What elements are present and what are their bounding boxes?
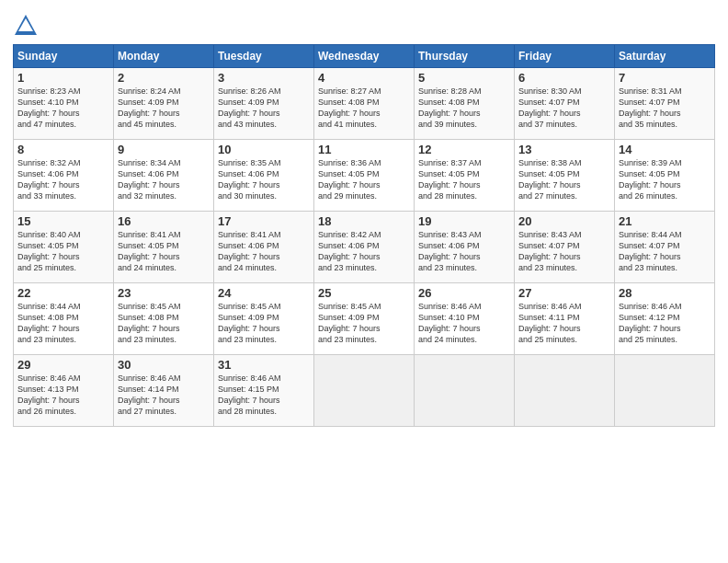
day-info: Sunrise: 8:46 AM Sunset: 4:10 PM Dayligh… bbox=[418, 301, 510, 346]
day-number: 13 bbox=[518, 143, 610, 156]
calendar-cell: 9Sunrise: 8:34 AM Sunset: 4:06 PM Daylig… bbox=[114, 140, 214, 212]
day-info: Sunrise: 8:46 AM Sunset: 4:14 PM Dayligh… bbox=[118, 373, 210, 418]
calendar-cell: 13Sunrise: 8:38 AM Sunset: 4:05 PM Dayli… bbox=[515, 140, 615, 212]
calendar-cell: 20Sunrise: 8:43 AM Sunset: 4:07 PM Dayli… bbox=[515, 212, 615, 283]
calendar-cell: 4Sunrise: 8:27 AM Sunset: 4:08 PM Daylig… bbox=[314, 68, 415, 140]
day-info: Sunrise: 8:34 AM Sunset: 4:06 PM Dayligh… bbox=[118, 157, 210, 202]
day-number: 29 bbox=[17, 358, 109, 372]
day-info: Sunrise: 8:38 AM Sunset: 4:05 PM Dayligh… bbox=[518, 157, 610, 202]
calendar-cell: 21Sunrise: 8:44 AM Sunset: 4:07 PM Dayli… bbox=[615, 212, 715, 283]
calendar-cell: 25Sunrise: 8:45 AM Sunset: 4:09 PM Dayli… bbox=[314, 283, 415, 355]
calendar-cell: 14Sunrise: 8:39 AM Sunset: 4:05 PM Dayli… bbox=[615, 140, 715, 212]
day-number: 3 bbox=[218, 71, 310, 85]
day-number: 9 bbox=[118, 143, 210, 156]
weekday-row: SundayMondayTuesdayWednesdayThursdayFrid… bbox=[14, 45, 715, 68]
weekday-header: Saturday bbox=[615, 45, 715, 68]
calendar-week-row: 8Sunrise: 8:32 AM Sunset: 4:06 PM Daylig… bbox=[14, 140, 715, 212]
day-info: Sunrise: 8:42 AM Sunset: 4:06 PM Dayligh… bbox=[318, 229, 410, 274]
calendar-cell: 30Sunrise: 8:46 AM Sunset: 4:14 PM Dayli… bbox=[114, 355, 214, 427]
day-info: Sunrise: 8:41 AM Sunset: 4:06 PM Dayligh… bbox=[218, 229, 310, 274]
calendar-body: 1Sunrise: 8:23 AM Sunset: 4:10 PM Daylig… bbox=[14, 68, 715, 427]
day-number: 28 bbox=[619, 286, 711, 300]
calendar-cell bbox=[415, 355, 515, 427]
day-number: 12 bbox=[418, 143, 510, 156]
day-info: Sunrise: 8:45 AM Sunset: 4:08 PM Dayligh… bbox=[118, 301, 210, 346]
calendar-cell: 19Sunrise: 8:43 AM Sunset: 4:06 PM Dayli… bbox=[415, 212, 515, 283]
day-number: 7 bbox=[619, 71, 711, 85]
page-container: SundayMondayTuesdayWednesdayThursdayFrid… bbox=[0, 0, 728, 563]
day-info: Sunrise: 8:46 AM Sunset: 4:15 PM Dayligh… bbox=[218, 373, 310, 418]
weekday-header: Monday bbox=[114, 45, 214, 68]
calendar-cell: 12Sunrise: 8:37 AM Sunset: 4:05 PM Dayli… bbox=[415, 140, 515, 212]
calendar-cell: 1Sunrise: 8:23 AM Sunset: 4:10 PM Daylig… bbox=[14, 68, 114, 140]
day-info: Sunrise: 8:43 AM Sunset: 4:07 PM Dayligh… bbox=[518, 229, 610, 274]
weekday-header: Friday bbox=[515, 45, 615, 68]
calendar-cell: 8Sunrise: 8:32 AM Sunset: 4:06 PM Daylig… bbox=[14, 140, 114, 212]
day-number: 31 bbox=[218, 358, 310, 372]
day-number: 27 bbox=[518, 286, 610, 300]
weekday-header: Thursday bbox=[415, 45, 515, 68]
logo-icon bbox=[13, 13, 39, 39]
day-info: Sunrise: 8:45 AM Sunset: 4:09 PM Dayligh… bbox=[218, 301, 310, 346]
logo bbox=[13, 13, 42, 39]
day-number: 23 bbox=[118, 286, 210, 300]
calendar-week-row: 15Sunrise: 8:40 AM Sunset: 4:05 PM Dayli… bbox=[14, 212, 715, 283]
calendar-header: SundayMondayTuesdayWednesdayThursdayFrid… bbox=[14, 45, 715, 68]
day-number: 25 bbox=[318, 286, 410, 300]
day-number: 11 bbox=[318, 143, 410, 156]
day-number: 18 bbox=[318, 214, 410, 228]
calendar-cell: 10Sunrise: 8:35 AM Sunset: 4:06 PM Dayli… bbox=[214, 140, 314, 212]
day-info: Sunrise: 8:30 AM Sunset: 4:07 PM Dayligh… bbox=[518, 86, 610, 131]
calendar-cell bbox=[314, 355, 415, 427]
calendar-cell: 22Sunrise: 8:44 AM Sunset: 4:08 PM Dayli… bbox=[14, 283, 114, 355]
calendar-cell: 31Sunrise: 8:46 AM Sunset: 4:15 PM Dayli… bbox=[214, 355, 314, 427]
calendar-cell: 11Sunrise: 8:36 AM Sunset: 4:05 PM Dayli… bbox=[314, 140, 415, 212]
day-number: 26 bbox=[418, 286, 510, 300]
day-number: 21 bbox=[619, 214, 711, 228]
day-info: Sunrise: 8:44 AM Sunset: 4:07 PM Dayligh… bbox=[619, 229, 711, 274]
day-info: Sunrise: 8:23 AM Sunset: 4:10 PM Dayligh… bbox=[17, 86, 109, 131]
calendar-cell: 23Sunrise: 8:45 AM Sunset: 4:08 PM Dayli… bbox=[114, 283, 214, 355]
day-info: Sunrise: 8:26 AM Sunset: 4:09 PM Dayligh… bbox=[218, 86, 310, 131]
day-number: 15 bbox=[17, 214, 109, 228]
calendar-cell: 17Sunrise: 8:41 AM Sunset: 4:06 PM Dayli… bbox=[214, 212, 314, 283]
calendar-cell: 3Sunrise: 8:26 AM Sunset: 4:09 PM Daylig… bbox=[214, 68, 314, 140]
day-number: 19 bbox=[418, 214, 510, 228]
calendar-week-row: 29Sunrise: 8:46 AM Sunset: 4:13 PM Dayli… bbox=[14, 355, 715, 427]
day-info: Sunrise: 8:45 AM Sunset: 4:09 PM Dayligh… bbox=[318, 301, 410, 346]
day-info: Sunrise: 8:41 AM Sunset: 4:05 PM Dayligh… bbox=[118, 229, 210, 274]
calendar-cell: 2Sunrise: 8:24 AM Sunset: 4:09 PM Daylig… bbox=[114, 68, 214, 140]
day-number: 24 bbox=[218, 286, 310, 300]
day-number: 8 bbox=[17, 143, 109, 156]
weekday-header: Tuesday bbox=[214, 45, 314, 68]
day-info: Sunrise: 8:46 AM Sunset: 4:11 PM Dayligh… bbox=[518, 301, 610, 346]
calendar-cell bbox=[615, 355, 715, 427]
day-number: 6 bbox=[518, 71, 610, 85]
day-info: Sunrise: 8:39 AM Sunset: 4:05 PM Dayligh… bbox=[619, 157, 711, 202]
day-info: Sunrise: 8:46 AM Sunset: 4:13 PM Dayligh… bbox=[17, 373, 109, 418]
day-info: Sunrise: 8:28 AM Sunset: 4:08 PM Dayligh… bbox=[418, 86, 510, 131]
calendar-cell: 18Sunrise: 8:42 AM Sunset: 4:06 PM Dayli… bbox=[314, 212, 415, 283]
day-info: Sunrise: 8:35 AM Sunset: 4:06 PM Dayligh… bbox=[218, 157, 310, 202]
day-number: 20 bbox=[518, 214, 610, 228]
calendar-table: SundayMondayTuesdayWednesdayThursdayFrid… bbox=[13, 44, 715, 427]
day-number: 4 bbox=[318, 71, 410, 85]
day-number: 30 bbox=[118, 358, 210, 372]
day-info: Sunrise: 8:31 AM Sunset: 4:07 PM Dayligh… bbox=[619, 86, 711, 131]
calendar-cell: 26Sunrise: 8:46 AM Sunset: 4:10 PM Dayli… bbox=[415, 283, 515, 355]
calendar-cell: 15Sunrise: 8:40 AM Sunset: 4:05 PM Dayli… bbox=[14, 212, 114, 283]
calendar-cell: 16Sunrise: 8:41 AM Sunset: 4:05 PM Dayli… bbox=[114, 212, 214, 283]
calendar-cell: 28Sunrise: 8:46 AM Sunset: 4:12 PM Dayli… bbox=[615, 283, 715, 355]
calendar-cell: 6Sunrise: 8:30 AM Sunset: 4:07 PM Daylig… bbox=[515, 68, 615, 140]
calendar-cell: 29Sunrise: 8:46 AM Sunset: 4:13 PM Dayli… bbox=[14, 355, 114, 427]
day-number: 2 bbox=[118, 71, 210, 85]
day-number: 10 bbox=[218, 143, 310, 156]
day-info: Sunrise: 8:43 AM Sunset: 4:06 PM Dayligh… bbox=[418, 229, 510, 274]
calendar-cell bbox=[515, 355, 615, 427]
day-info: Sunrise: 8:36 AM Sunset: 4:05 PM Dayligh… bbox=[318, 157, 410, 202]
calendar-week-row: 1Sunrise: 8:23 AM Sunset: 4:10 PM Daylig… bbox=[14, 68, 715, 140]
day-number: 5 bbox=[418, 71, 510, 85]
day-info: Sunrise: 8:40 AM Sunset: 4:05 PM Dayligh… bbox=[17, 229, 109, 274]
calendar-cell: 5Sunrise: 8:28 AM Sunset: 4:08 PM Daylig… bbox=[415, 68, 515, 140]
calendar-cell: 7Sunrise: 8:31 AM Sunset: 4:07 PM Daylig… bbox=[615, 68, 715, 140]
